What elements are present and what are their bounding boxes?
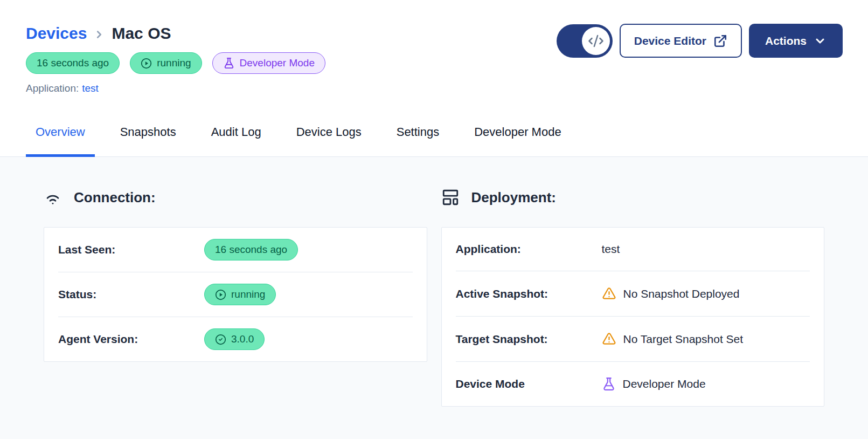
running-status-label: running	[157, 57, 191, 69]
connection-section-header: Connection:	[44, 188, 427, 207]
actions-button[interactable]: Actions	[749, 24, 843, 58]
breadcrumb-devices-link[interactable]: Devices	[26, 24, 87, 43]
active-snapshot-label: Active Snapshot:	[456, 287, 602, 300]
running-status-badge: running	[130, 52, 202, 74]
code-mode-toggle[interactable]	[557, 24, 613, 58]
play-circle-icon	[141, 58, 152, 69]
application-label: Application:	[26, 83, 79, 94]
code-icon	[582, 27, 610, 55]
developer-mode-badge: Developer Mode	[212, 52, 325, 74]
connection-section: Connection: Last Seen: 16 seconds ago St…	[44, 188, 427, 407]
deployment-section: Deployment: Application: test Active Sna…	[441, 188, 825, 407]
application-link[interactable]: test	[82, 83, 99, 94]
device-mode-row: Device Mode Developer Mode	[442, 362, 824, 406]
deployment-title: Deployment:	[471, 189, 556, 206]
external-link-icon	[713, 34, 727, 48]
deployment-section-header: Deployment:	[441, 188, 825, 207]
status-value: running	[231, 289, 265, 300]
agent-version-row: Agent Version: 3.0.0	[44, 317, 427, 361]
deploy-application-row: Application: test	[442, 228, 824, 271]
status-row: Status: running	[44, 272, 427, 317]
page-title: Mac OS	[112, 24, 171, 43]
tab-settings[interactable]: Settings	[387, 105, 449, 156]
overview-content: Connection: Last Seen: 16 seconds ago St…	[0, 157, 868, 439]
layout-panels-icon	[441, 188, 460, 207]
wifi-icon	[44, 188, 62, 207]
developer-mode-badge-label: Developer Mode	[240, 57, 315, 69]
tab-audit-log[interactable]: Audit Log	[202, 105, 271, 156]
device-mode-label: Device Mode	[456, 378, 602, 390]
last-seen-value-badge: 16 seconds ago	[204, 239, 298, 260]
flask-icon	[602, 377, 616, 391]
chevron-right-icon	[93, 29, 105, 40]
chevron-down-icon	[814, 35, 827, 47]
device-editor-button[interactable]: Device Editor	[620, 24, 742, 58]
deployment-card: Application: test Active Snapshot: No Sn…	[441, 227, 825, 407]
warning-triangle-icon	[602, 332, 616, 346]
device-editor-button-label: Device Editor	[634, 35, 706, 47]
connection-card: Last Seen: 16 seconds ago Status:	[44, 227, 427, 362]
tab-developer-mode[interactable]: Developer Mode	[464, 105, 571, 156]
active-snapshot-row: Active Snapshot: No Snapshot Deployed	[442, 271, 824, 316]
device-mode-value: Developer Mode	[623, 378, 706, 390]
check-circle-icon	[215, 334, 226, 345]
agent-version-badge: 3.0.0	[204, 328, 265, 350]
tab-snapshots[interactable]: Snapshots	[110, 105, 186, 156]
last-seen-badge: 16 seconds ago	[26, 52, 120, 74]
status-value-badge: running	[204, 284, 276, 305]
play-circle-icon	[215, 289, 226, 300]
page-header: Devices Mac OS 16 seconds ago running De…	[0, 0, 868, 94]
status-label: Status:	[58, 288, 204, 301]
tab-device-logs[interactable]: Device Logs	[287, 105, 371, 156]
tab-bar: Overview Snapshots Audit Log Device Logs…	[0, 105, 868, 157]
warning-triangle-icon	[602, 286, 616, 301]
last-seen-row: Last Seen: 16 seconds ago	[44, 228, 427, 272]
tab-overview[interactable]: Overview	[26, 105, 95, 156]
deploy-application-value: test	[602, 243, 620, 256]
agent-version-label: Agent Version:	[58, 333, 204, 346]
deploy-application-label: Application:	[456, 243, 602, 256]
agent-version-value: 3.0.0	[231, 333, 254, 345]
flask-icon	[223, 57, 235, 69]
target-snapshot-row: Target Snapshot: No Target Snapshot Set	[442, 317, 824, 361]
target-snapshot-label: Target Snapshot:	[456, 333, 602, 346]
header-actions: Device Editor Actions	[557, 24, 843, 58]
actions-button-label: Actions	[765, 35, 807, 47]
application-row: Application:test	[26, 83, 842, 94]
target-snapshot-value: No Target Snapshot Set	[623, 333, 744, 346]
last-seen-value: 16 seconds ago	[215, 244, 287, 256]
device-detail-page: Devices Mac OS 16 seconds ago running De…	[0, 0, 868, 439]
last-seen-label: Last Seen:	[58, 243, 204, 256]
connection-title: Connection:	[74, 189, 156, 206]
active-snapshot-value: No Snapshot Deployed	[623, 287, 740, 300]
last-seen-badge-label: 16 seconds ago	[37, 57, 109, 69]
